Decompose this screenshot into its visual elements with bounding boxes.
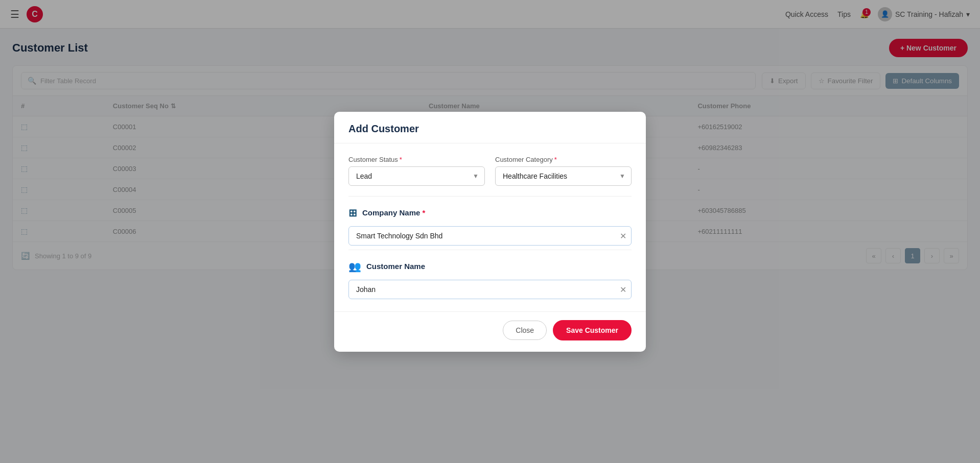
- customer-status-select[interactable]: Lead Active Inactive: [348, 166, 485, 186]
- add-customer-modal: Add Customer Customer Status * Lead Acti…: [334, 112, 646, 281]
- company-icon: ⊞: [348, 207, 357, 219]
- divider-2: [348, 250, 632, 250]
- customer-status-label: Customer Status *: [348, 156, 485, 163]
- company-name-section-header: ⊞ Company Name *: [348, 207, 632, 219]
- customer-name-input[interactable]: [348, 280, 632, 281]
- status-required: *: [400, 156, 402, 163]
- customer-name-input-wrap: ✕: [348, 280, 632, 281]
- modal-overlay: Add Customer Customer Status * Lead Acti…: [0, 0, 980, 280]
- customer-name-section-header: 👥 Customer Name: [348, 260, 632, 273]
- modal-body: Customer Status * Lead Active Inactive ▼: [334, 143, 646, 281]
- customer-category-select[interactable]: Healthcare Facilities Education Manufact…: [495, 166, 632, 186]
- category-required: *: [554, 156, 557, 163]
- customer-name-section-title: Customer Name: [366, 262, 425, 271]
- customer-status-group: Customer Status * Lead Active Inactive ▼: [348, 156, 485, 186]
- modal-title: Add Customer: [334, 112, 646, 143]
- company-name-clear-button[interactable]: ✕: [620, 231, 626, 240]
- status-category-row: Customer Status * Lead Active Inactive ▼: [348, 156, 632, 186]
- company-name-input-wrap: ✕: [348, 226, 632, 246]
- customer-status-select-wrapper: Lead Active Inactive ▼: [348, 166, 485, 186]
- company-name-section-title: Company Name *: [362, 208, 425, 217]
- company-name-input[interactable]: [348, 226, 632, 246]
- divider-1: [348, 196, 632, 197]
- customer-name-icon: 👥: [348, 260, 361, 273]
- customer-category-group: Customer Category * Healthcare Facilitie…: [495, 156, 632, 186]
- customer-category-select-wrapper: Healthcare Facilities Education Manufact…: [495, 166, 632, 186]
- customer-category-label: Customer Category *: [495, 156, 632, 163]
- company-required: *: [423, 208, 426, 217]
